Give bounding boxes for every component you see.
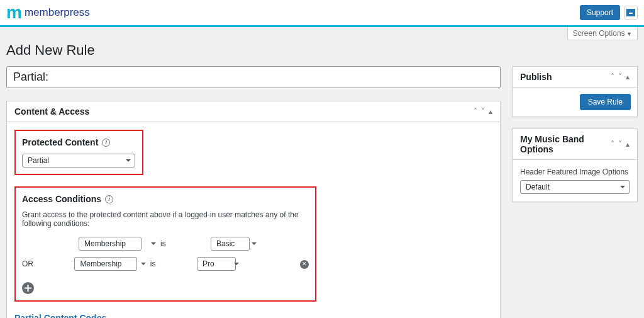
condition-type-select[interactable]: Membership bbox=[74, 257, 137, 271]
info-icon[interactable]: i bbox=[102, 139, 110, 147]
condition-is-label: is bbox=[150, 259, 197, 268]
condition-value-select[interactable]: Pro bbox=[197, 257, 236, 271]
support-button[interactable]: Support bbox=[580, 5, 620, 20]
move-down-icon[interactable]: ˅ bbox=[618, 140, 622, 149]
move-up-icon[interactable]: ˄ bbox=[474, 107, 477, 116]
content-access-header: Content & Access ˄ ˅ ▴ bbox=[7, 101, 500, 122]
access-conditions-section: Access Conditions i Grant access to the … bbox=[14, 186, 316, 302]
columns: Content & Access ˄ ˅ ▴ Protected Content… bbox=[6, 66, 638, 318]
box-handle-actions: ˄ ˅ ▴ bbox=[611, 140, 630, 149]
publish-box: Publish ˄ ˅ ▴ Save Rule bbox=[512, 66, 638, 117]
box-handle-actions: ˄ ˅ ▴ bbox=[474, 107, 492, 116]
toggle-icon[interactable]: ▴ bbox=[489, 107, 492, 116]
condition-or-label: OR bbox=[22, 259, 74, 268]
move-up-icon[interactable]: ˄ bbox=[611, 72, 614, 81]
header-image-select[interactable]: Default bbox=[520, 180, 630, 194]
screen-options-toggle[interactable]: Screen Options bbox=[567, 27, 638, 40]
content-wrap: Screen Options Add New Rule Content & Ac… bbox=[0, 27, 644, 318]
condition-type-wrap: Membership bbox=[74, 257, 150, 271]
inbox-icon[interactable] bbox=[624, 6, 638, 20]
remove-condition-button[interactable] bbox=[300, 259, 309, 269]
main-column: Content & Access ˄ ˅ ▴ Protected Content… bbox=[6, 66, 501, 318]
brand-name: memberpress bbox=[25, 6, 90, 19]
header-image-select-wrap: Default bbox=[520, 180, 630, 194]
page-title: Add New Rule bbox=[6, 42, 638, 59]
condition-row: OR Membership is Pro bbox=[22, 257, 309, 271]
publish-header: Publish ˄ ˅ ▴ bbox=[513, 67, 637, 88]
access-conditions-title: Access Conditions i bbox=[22, 194, 309, 204]
side-column: Publish ˄ ˅ ▴ Save Rule My Music Band Op… bbox=[512, 66, 638, 318]
info-icon[interactable]: i bbox=[105, 195, 113, 203]
content-access-body: Protected Content i Partial Access Condi… bbox=[7, 122, 500, 318]
brand-logo: m bbox=[6, 3, 21, 23]
content-access-box: Content & Access ˄ ˅ ▴ Protected Content… bbox=[6, 101, 501, 318]
access-conditions-desc: Grant access to the protected content ab… bbox=[22, 210, 309, 228]
move-down-icon[interactable]: ˅ bbox=[481, 107, 485, 116]
save-rule-button[interactable]: Save Rule bbox=[580, 94, 631, 110]
topbar-actions: Support bbox=[580, 5, 638, 20]
content-access-title: Content & Access bbox=[14, 106, 89, 116]
toggle-icon[interactable]: ▴ bbox=[626, 140, 630, 149]
condition-value-wrap: Pro bbox=[197, 257, 243, 271]
partial-content-codes-link[interactable]: Partial Content Codes bbox=[14, 313, 106, 318]
move-down-icon[interactable]: ˅ bbox=[618, 72, 622, 81]
music-band-title: My Music Band Options bbox=[520, 134, 611, 154]
condition-row: Membership is Basic bbox=[22, 237, 309, 251]
condition-value-select[interactable]: Basic bbox=[211, 237, 250, 251]
toggle-icon[interactable]: ▴ bbox=[626, 72, 630, 81]
rule-title-input[interactable] bbox=[6, 66, 501, 88]
protected-content-title: Protected Content i bbox=[22, 137, 136, 147]
music-band-box: My Music Band Options ˄ ˅ ▴ Header Featu… bbox=[512, 128, 638, 202]
condition-value-wrap: Basic bbox=[211, 237, 261, 251]
box-handle-actions: ˄ ˅ ▴ bbox=[611, 72, 630, 81]
condition-is-label: is bbox=[160, 239, 211, 248]
music-band-body: Header Featured Image Options Default bbox=[513, 160, 637, 202]
condition-type-wrap: Membership bbox=[79, 237, 160, 251]
protected-content-section: Protected Content i Partial bbox=[14, 130, 143, 175]
header-image-label: Header Featured Image Options bbox=[520, 168, 630, 176]
music-band-header: My Music Band Options ˄ ˅ ▴ bbox=[513, 129, 637, 160]
move-up-icon[interactable]: ˄ bbox=[611, 140, 614, 149]
add-condition-button[interactable] bbox=[22, 282, 34, 294]
brand: m memberpress bbox=[6, 3, 90, 23]
publish-body: Save Rule bbox=[513, 88, 637, 116]
close-icon bbox=[300, 260, 309, 269]
topbar: m memberpress Support bbox=[0, 0, 644, 27]
publish-title: Publish bbox=[520, 72, 552, 82]
protected-content-select[interactable]: Partial bbox=[22, 154, 135, 168]
protected-content-select-wrap: Partial bbox=[22, 154, 135, 168]
condition-type-select[interactable]: Membership bbox=[79, 237, 142, 251]
